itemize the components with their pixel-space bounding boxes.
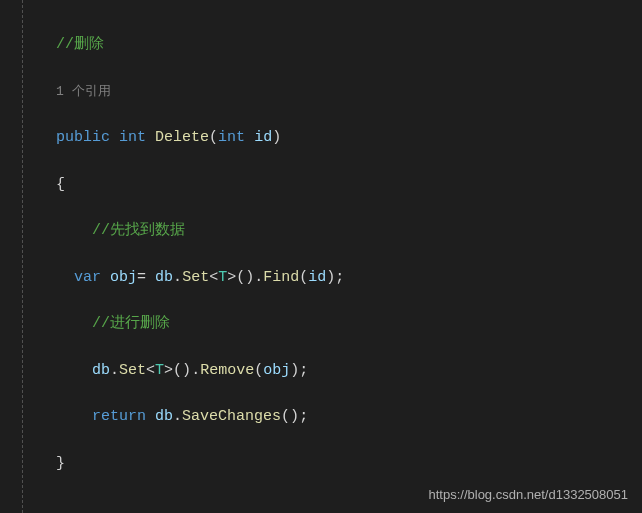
codelens-refs[interactable]: 1 个引用	[56, 80, 642, 103]
code-line: return db.SaveChanges();	[56, 405, 642, 428]
brace-open: {	[56, 173, 642, 196]
comment-line: //先找到数据	[56, 219, 642, 242]
comment-line: //删除	[56, 33, 642, 56]
indent-guide	[22, 0, 23, 513]
watermark-text: https://blog.csdn.net/d1332508051	[429, 485, 629, 505]
comment-delete: //删除	[56, 36, 104, 53]
method-signature-delete: public int Delete(int id)	[56, 126, 642, 149]
comment-line: //进行删除	[56, 312, 642, 335]
code-line: db.Set<T>().Remove(obj);	[56, 359, 642, 382]
code-block: //删除 1 个引用 public int Delete(int id) { /…	[20, 10, 642, 513]
code-line: var obj= db.Set<T>().Find(id);	[56, 266, 642, 289]
brace-close: }	[56, 452, 642, 475]
